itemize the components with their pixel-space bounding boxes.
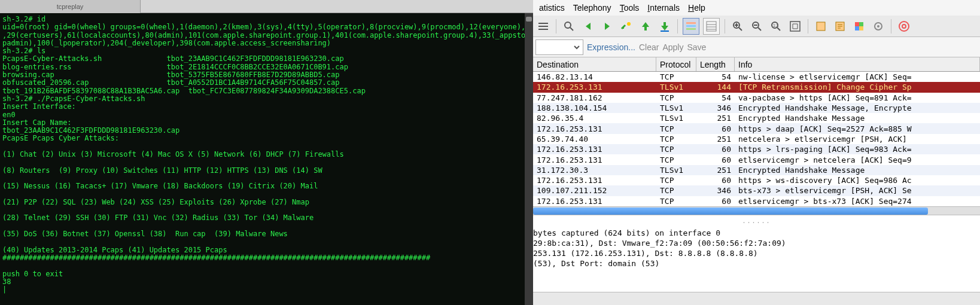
coloring-rules-icon[interactable] <box>851 19 867 34</box>
hscroll-thumb[interactable] <box>533 208 928 215</box>
packet-length: 60 <box>696 197 735 206</box>
packet-destination: 172.16.253.131 <box>533 176 656 185</box>
packet-destination: 146.82.13.14 <box>533 72 656 81</box>
terminal-scroll-thumb[interactable] <box>526 17 532 22</box>
packet-destination: 172.16.253.131 <box>533 197 656 206</box>
packet-info: va-pacbase > https [ACK] Seq=891 Ack= <box>735 93 980 102</box>
menu-internals[interactable]: Internals <box>644 2 683 14</box>
arrow-download-icon[interactable] <box>657 19 672 34</box>
svg-rect-5 <box>686 28 696 30</box>
packet-row[interactable]: 146.82.13.14TCP54nw-license > etlservice… <box>533 72 980 82</box>
svg-rect-14 <box>855 22 859 26</box>
packet-row[interactable]: 31.172.30.3TLSv1251Encrypted Handshake M… <box>533 165 980 175</box>
wireshark-pane: atistics Telephony Tools Internals Help … <box>533 0 980 305</box>
packet-row[interactable]: 82.96.35.4TLSv1251Encrypted Handshake Me… <box>533 113 980 123</box>
packet-row[interactable]: 172.16.253.131TCP60etlservicemgr > netce… <box>533 154 980 164</box>
pane-resize-handle[interactable]: ······ <box>533 218 980 228</box>
detail-line: 29:8b:ca:31), Dst: Vmware_f2:7a:09 (00:5… <box>533 238 980 248</box>
packet-row[interactable]: 65.39.74.40TCP251netcelera > etlservicem… <box>533 134 980 144</box>
packet-length: 60 <box>696 176 735 185</box>
svg-rect-11 <box>790 22 800 31</box>
column-protocol[interactable]: Protocol <box>656 57 696 71</box>
packet-protocol: TCP <box>656 135 696 144</box>
packet-destination: 109.107.211.152 <box>533 186 656 195</box>
packet-info: etlservicemgr > netcelera [ACK] Seq=9 <box>735 155 980 164</box>
terminal-tab-tcpreplay[interactable]: tcpreplay <box>0 0 141 13</box>
packet-info: https > lrs-paging [ACK] Seq=983 Ack= <box>735 145 980 154</box>
packet-destination: 172.16.253.131 <box>533 124 656 133</box>
lines-icon[interactable] <box>535 19 551 34</box>
column-info[interactable]: Info <box>735 57 980 71</box>
packet-length: 54 <box>696 93 735 102</box>
packet-row[interactable]: 77.247.181.162TCP54va-pacbase > https [A… <box>533 93 980 103</box>
menu-statistics[interactable]: atistics <box>535 2 568 14</box>
packet-info: netcelera > etlservicemgr [PSH, ACK] <box>735 135 980 144</box>
packet-row[interactable]: 172.16.253.131TCP60https > daap [ACK] Se… <box>533 123 980 133</box>
detail-line: (53), Dst Port: domain (53) <box>533 258 980 269</box>
packet-list[interactable]: 146.82.13.14TCP54nw-license > etlservice… <box>533 72 980 206</box>
arrow-sun-icon[interactable] <box>619 19 634 34</box>
filter-clear-link[interactable]: Clear <box>639 42 659 52</box>
filter-expression-link[interactable]: Expression... <box>587 42 635 52</box>
packet-length: 251 <box>696 166 735 175</box>
packet-info: https > daap [ACK] Seq=2527 Ack=885 W <box>735 124 980 133</box>
packet-length: 346 <box>696 186 735 195</box>
menu-bar: atistics Telephony Tools Internals Help <box>533 0 980 16</box>
svg-rect-4 <box>686 25 696 27</box>
arrow-right-green-icon[interactable] <box>599 19 615 34</box>
packet-destination: 31.172.30.3 <box>533 166 656 175</box>
resize-icon[interactable] <box>787 19 803 34</box>
svg-point-21 <box>902 25 906 28</box>
menu-help[interactable]: Help <box>684 2 709 14</box>
svg-point-1 <box>627 22 631 26</box>
packet-row[interactable]: 172.16.253.131TCP60etlservicemgr > bts-x… <box>533 196 980 206</box>
svg-rect-6 <box>707 22 716 31</box>
svg-point-0 <box>565 22 571 28</box>
zoom-out-icon[interactable] <box>749 19 765 34</box>
status-bar <box>533 292 980 305</box>
toolbar: 1:1 <box>533 16 980 37</box>
display-filters-icon[interactable] <box>832 19 848 34</box>
packet-detail-pane[interactable]: ······ bytes captured (624 bits) on inte… <box>533 215 980 292</box>
packet-row[interactable]: 172.16.253.131TCP60https > lrs-paging [A… <box>533 144 980 154</box>
terminal-scrollbar[interactable] <box>525 13 533 305</box>
packet-protocol: TCP <box>656 197 696 206</box>
packet-info: https > ws-discovery [ACK] Seq=986 Ac <box>735 176 980 185</box>
packet-info: bts-x73 > etlservicemgr [PSH, ACK] Se <box>735 186 980 195</box>
packet-info: nw-license > etlservicemgr [ACK] Seq= <box>735 72 980 81</box>
zoom-icon[interactable] <box>561 19 577 34</box>
packet-row[interactable]: 109.107.211.152TCP346bts-x73 > etlservic… <box>533 185 980 196</box>
packet-length: 251 <box>696 114 735 123</box>
preferences-gear-icon[interactable] <box>871 19 886 34</box>
packet-length: 251 <box>696 135 735 144</box>
packet-destination: 172.16.253.131 <box>533 155 656 164</box>
packet-row[interactable]: 172.16.253.131TCP60https > ws-discovery … <box>533 175 980 185</box>
packet-destination: 77.247.181.162 <box>533 93 656 102</box>
help-icon[interactable] <box>896 19 912 34</box>
packet-protocol: TCP <box>656 155 696 164</box>
zoom-in-icon[interactable] <box>730 19 745 34</box>
packet-list-hscroll[interactable] <box>533 206 980 215</box>
packet-info: [TCP Retransmission] Change Cipher Sp <box>735 83 980 92</box>
packet-row[interactable]: 188.138.104.154TLSv1346Encrypted Handsha… <box>533 103 980 113</box>
packet-info: Encrypted Handshake Message <box>735 166 980 175</box>
zoom-fit-icon[interactable]: 1:1 <box>768 19 784 34</box>
list-view-toggle[interactable] <box>683 18 699 35</box>
filter-save-link[interactable]: Save <box>687 42 706 52</box>
list-view2-toggle[interactable] <box>703 18 720 35</box>
menu-tools[interactable]: Tools <box>616 2 643 14</box>
packet-destination: 188.138.104.154 <box>533 103 656 112</box>
packet-row[interactable]: 172.16.253.131TLSv1144[TCP Retransmissio… <box>533 82 980 92</box>
toolbar-separator <box>677 19 678 33</box>
arrow-up-green-icon[interactable] <box>638 19 653 34</box>
arrow-left-green-icon[interactable] <box>580 19 596 34</box>
packet-length: 54 <box>696 72 735 81</box>
terminal-output[interactable]: sh-3.2# id uid=0(root) gid=0(wheel) grou… <box>0 13 533 305</box>
capture-filters-icon[interactable] <box>813 19 829 34</box>
filter-apply-link[interactable]: Apply <box>662 42 683 52</box>
filter-combo[interactable] <box>535 39 583 55</box>
column-destination[interactable]: Destination <box>533 57 656 71</box>
menu-telephony[interactable]: Telephony <box>570 2 615 14</box>
column-length[interactable]: Length <box>696 57 735 71</box>
svg-rect-3 <box>686 22 696 24</box>
